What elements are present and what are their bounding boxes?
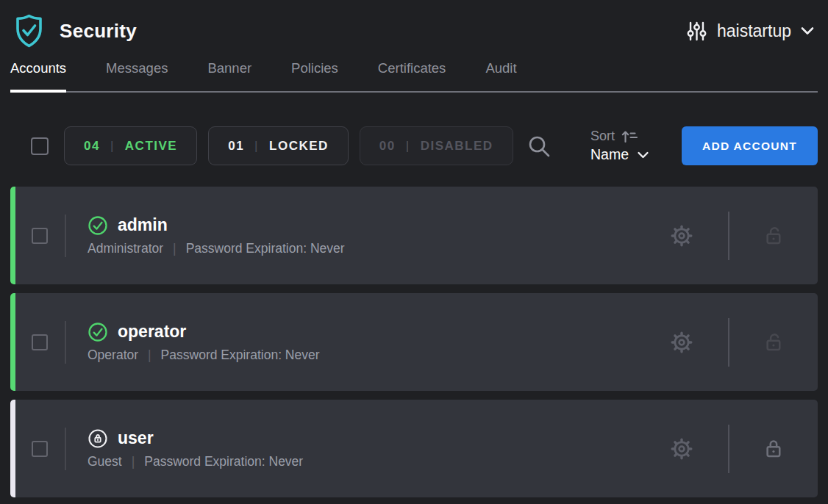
account-name: user [118,428,154,448]
account-list: admin Administrator | Password Expiratio… [0,187,828,497]
subtitle-divider: | [148,348,151,363]
settings-button[interactable] [668,436,695,462]
password-expiration: Password Expiration: Never [186,241,345,256]
security-shield-icon [13,13,45,48]
search-button[interactable] [526,133,552,159]
filter-divider: | [110,139,115,154]
filter-locked-button[interactable]: 01 | LOCKED [208,126,349,165]
row-divider [65,215,66,257]
sliders-icon [685,21,708,42]
account-role: Administrator [88,241,163,256]
row-divider [65,321,66,364]
settings-button[interactable] [668,329,695,356]
filter-label: DISABLED [421,139,493,154]
filter-count: 01 [228,139,244,154]
add-account-button[interactable]: ADD ACCOUNT [682,126,818,165]
sort-label: Sort [590,129,615,144]
chevron-down-icon [800,26,815,36]
row-checkbox[interactable] [32,334,48,350]
actions-divider [728,425,729,473]
tab-banner[interactable]: Banner [207,60,251,93]
filter-label: LOCKED [269,139,329,154]
filter-disabled-button[interactable]: 00 | DISABLED [360,126,513,165]
filter-active-button[interactable]: 04 | ACTIVE [64,126,197,165]
toolbar: 04 | ACTIVE 01 | LOCKED 00 | DISABLED So… [0,126,828,165]
tab-label: Messages [106,60,168,76]
sort-value: Name [590,146,629,163]
locked-status-icon [88,428,108,449]
account-menu[interactable]: haistartup [685,21,815,42]
account-row-admin: admin Administrator | Password Expiratio… [10,187,818,284]
account-row-user: user Guest | Password Expiration: Never [10,400,818,497]
tab-label: Certificates [378,60,446,76]
account-name: admin [118,215,168,235]
filter-divider: | [254,139,259,154]
lock-toggle-button[interactable] [763,224,785,247]
subtitle-divider: | [173,241,176,256]
tab-label: Audit [485,60,516,76]
row-checkbox[interactable] [32,228,48,244]
lock-toggle-button[interactable] [763,331,785,353]
select-all-checkbox[interactable] [31,137,49,155]
header: Security haistartup [0,0,828,53]
actions-divider [728,212,729,260]
account-row-operator: operator Operator | Password Expiration:… [10,293,818,391]
tab-bar: Accounts Messages Banner Policies Certif… [0,53,828,93]
account-name: operator [118,322,186,342]
active-status-icon [88,215,108,236]
tab-certificates[interactable]: Certificates [378,60,446,93]
filter-count: 04 [84,139,100,154]
tab-policies[interactable]: Policies [291,60,338,93]
tab-audit[interactable]: Audit [485,60,516,93]
active-status-icon [88,322,108,342]
tab-label: Banner [207,60,251,76]
password-expiration: Password Expiration: Never [161,348,320,363]
filter-divider: | [406,139,410,154]
subtitle-divider: | [132,454,135,469]
tab-messages[interactable]: Messages [106,60,168,93]
page-title: Security [60,20,137,43]
account-role: Operator [88,348,138,363]
settings-button[interactable] [668,223,695,249]
sort-dropdown[interactable]: Sort Name [590,129,649,163]
row-divider [65,428,66,470]
lock-toggle-button[interactable] [763,437,785,460]
filter-label: ACTIVE [125,139,177,154]
account-menu-label: haistartup [717,21,791,41]
actions-divider [728,318,729,367]
row-checkbox[interactable] [32,441,48,457]
chevron-down-icon [637,151,649,159]
account-role: Guest [88,454,122,469]
brand: Security [13,13,137,48]
tab-accounts[interactable]: Accounts [10,60,66,93]
tab-label: Accounts [10,60,66,76]
tab-label: Policies [291,60,338,76]
filter-count: 00 [379,139,396,154]
sort-order-icon [621,129,638,144]
password-expiration: Password Expiration: Never [144,454,303,469]
